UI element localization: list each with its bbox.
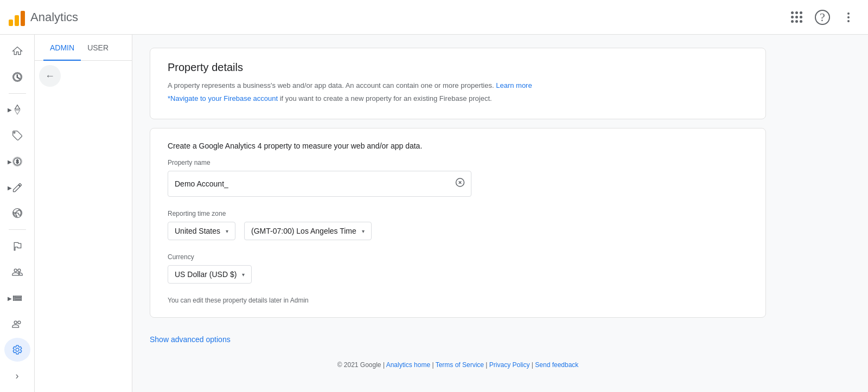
tab-admin[interactable]: ADMIN [43,35,81,61]
help-button[interactable]: ? [812,7,833,28]
property-name-label: Property name [168,159,748,166]
timezone-group: Reporting time zone United States ▾ (GMT… [168,210,748,240]
top-header: Analytics ? [0,0,868,35]
page-content: Property details A property represents a… [132,35,783,392]
back-button[interactable]: ← [39,65,61,87]
bar-chart-icon [12,293,23,304]
person-icon [12,267,23,278]
app-title: Analytics [30,10,78,24]
property-name-input-wrapper [168,171,471,197]
form-footer-note: You can edit these property details late… [168,297,748,304]
logo-area: Analytics [9,9,78,26]
sidebar-divider-2 [9,229,26,230]
edit-icon [12,182,23,193]
property-details-title: Property details [168,61,748,74]
footer-feedback-link[interactable]: Send feedback [535,361,578,369]
main-layout: ▶ ▶ $ ▶ [0,35,868,392]
footer-terms-link[interactable]: Terms of Service [436,361,484,369]
svg-text:$: $ [16,159,18,164]
sidebar-item-home[interactable] [4,39,30,63]
learn-more-link[interactable]: Learn more [496,81,532,89]
nav-tabs: ADMIN USER [35,35,132,61]
timezone-dropdown-arrow: ▾ [362,228,365,234]
content-area: Property details A property represents a… [132,35,868,392]
description-text: A property represents a business's web a… [168,81,494,89]
firebase-suffix: if you want to create a new property for… [280,94,492,102]
currency-dropdown-arrow: ▾ [242,272,245,278]
logo-bar-1 [9,20,13,26]
back-arrow-icon: ← [45,70,55,82]
sidebar-item-goals[interactable] [4,234,30,258]
sidebar-item-explore[interactable]: ▶ [4,98,30,121]
more-button[interactable] [838,7,859,28]
timezone-value: (GMT-07:00) Los Angeles Time [251,227,356,235]
header-actions: ? [786,7,859,28]
sidebar-item-people[interactable] [4,312,30,336]
timezone-label: Reporting time zone [168,210,748,217]
left-sidebar: ▶ ▶ $ ▶ [0,35,35,392]
monetize-icon: $ [12,156,23,167]
logo-bars [9,9,25,26]
sidebar-item-monetize[interactable]: ▶ $ [4,150,30,173]
country-dropdown-arrow: ▾ [226,228,228,234]
clock-icon [12,72,23,82]
property-name-group: Property name [168,159,748,197]
property-details-card: Property details A property represents a… [150,48,766,119]
form-intro: Create a Google Analytics 4 property to … [168,142,748,150]
sidebar-item-users[interactable] [4,260,30,284]
property-name-input[interactable] [168,171,471,197]
property-form-card: Create a Google Analytics 4 property to … [150,128,766,318]
country-dropdown[interactable]: United States ▾ [168,222,235,240]
tab-user[interactable]: USER [81,35,115,61]
currency-value: US Dollar (USD $) [175,270,237,279]
settings-icon [12,344,23,355]
sidebar-item-settings[interactable] [4,338,30,362]
explore-icon [12,104,23,115]
chevron-right-icon: › [16,370,19,382]
footer-privacy-link[interactable]: Privacy Policy [489,361,530,369]
footer-copyright: © 2021 Google [337,361,381,369]
sidebar-item-expand[interactable]: › [4,364,30,388]
sidebar-item-create[interactable]: ▶ [4,176,30,200]
show-advanced-options[interactable]: Show advanced options [150,331,231,348]
people-icon [12,319,23,330]
firebase-note: *Navigate to your Firebase account if yo… [168,93,748,104]
apps-button[interactable] [786,7,807,28]
grid-icon [791,11,802,23]
logo-bar-2 [15,15,19,26]
nav-panel: ADMIN USER ← [35,35,132,392]
sidebar-item-reports[interactable] [4,65,30,89]
currency-group: Currency US Dollar (USD $) ▾ [168,253,748,284]
help-icon: ? [815,10,830,25]
country-value: United States [175,227,220,235]
sidebar-divider-1 [9,93,26,94]
flag-icon [12,241,23,252]
currency-label: Currency [168,253,748,261]
footer-analytics-home-link[interactable]: Analytics home [386,361,430,369]
logo-bar-3 [21,11,25,26]
clear-input-icon[interactable] [455,178,465,190]
globe-icon [12,208,23,219]
home-icon [12,46,23,56]
timezone-select-row: United States ▾ (GMT-07:00) Los Angeles … [168,222,748,240]
sidebar-item-tag[interactable] [4,124,30,147]
firebase-link[interactable]: *Navigate to your Firebase account [168,94,278,102]
sidebar-item-audiences[interactable] [4,202,30,226]
timezone-dropdown[interactable]: (GMT-07:00) Los Angeles Time ▾ [244,222,372,240]
tag-icon [12,130,23,141]
sidebar-item-reports2[interactable]: ▶ [4,286,30,310]
currency-dropdown[interactable]: US Dollar (USD $) ▾ [168,265,252,284]
property-details-description: A property represents a business's web a… [168,80,748,91]
more-vert-icon [847,12,850,22]
page-footer: © 2021 Google | Analytics home | Terms o… [150,348,766,382]
